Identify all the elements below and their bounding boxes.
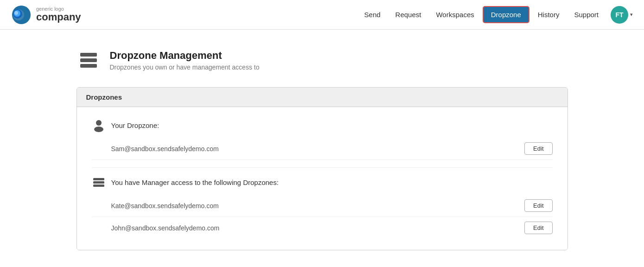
header: generic logo company Send Request Worksp… bbox=[0, 0, 644, 30]
john-dropzone-row: John@sandbox.sendsafelydemo.com Edit bbox=[92, 217, 553, 239]
person-icon bbox=[92, 118, 106, 132]
logo-text: generic logo company bbox=[36, 6, 81, 23]
layers-icon bbox=[77, 48, 101, 72]
svg-rect-7 bbox=[80, 64, 97, 68]
svg-rect-12 bbox=[93, 184, 104, 187]
john-edit-button[interactable]: Edit bbox=[524, 222, 552, 234]
nav-send[interactable]: Send bbox=[358, 7, 387, 22]
your-dropzone-edit-button[interactable]: Edit bbox=[524, 142, 552, 155]
svg-rect-11 bbox=[93, 181, 104, 184]
nav-dropzone-button[interactable]: Dropzone bbox=[483, 6, 529, 23]
avatar: FT bbox=[611, 6, 628, 24]
avatar-menu[interactable]: FT ▾ bbox=[611, 6, 633, 24]
svg-point-9 bbox=[94, 127, 103, 132]
logo[interactable]: generic logo company bbox=[11, 5, 81, 25]
svg-rect-10 bbox=[93, 178, 104, 180]
nav-request[interactable]: Request bbox=[389, 7, 428, 22]
nav-workspaces[interactable]: Workspaces bbox=[429, 7, 480, 22]
page-header-text: Dropzone Management Dropzones you own or… bbox=[110, 50, 260, 71]
john-dropzone-email: John@sandbox.sendsafelydemo.com bbox=[111, 224, 514, 232]
svg-rect-6 bbox=[80, 58, 97, 62]
page-subtitle: Dropzones you own or have management acc… bbox=[110, 64, 260, 71]
nav-history[interactable]: History bbox=[531, 7, 566, 22]
svg-point-4 bbox=[14, 11, 18, 15]
logo-big-text: company bbox=[36, 12, 81, 23]
dropzones-panel: Dropzones Your Dropzone: Sam@sandbox.sen… bbox=[77, 87, 568, 250]
page-title: Dropzone Management bbox=[110, 50, 260, 62]
kate-dropzone-row: Kate@sandbox.sendsafelydemo.com Edit bbox=[92, 195, 553, 217]
manager-dropzone-section: You have Manager access to the following… bbox=[92, 167, 553, 189]
logo-icon bbox=[11, 5, 32, 25]
panel-header: Dropzones bbox=[77, 88, 567, 107]
page-header: Dropzone Management Dropzones you own or… bbox=[77, 48, 568, 72]
avatar-caret-icon: ▾ bbox=[630, 12, 633, 18]
kate-dropzone-email: Kate@sandbox.sendsafelydemo.com bbox=[111, 202, 514, 210]
svg-point-8 bbox=[96, 120, 102, 126]
layers-small-icon bbox=[92, 175, 106, 189]
nav-support[interactable]: Support bbox=[567, 7, 605, 22]
your-dropzone-email-row: Sam@sandbox.sendsafelydemo.com Edit bbox=[92, 138, 553, 160]
manager-dropzone-label: You have Manager access to the following… bbox=[111, 178, 279, 186]
your-dropzone-email: Sam@sandbox.sendsafelydemo.com bbox=[111, 145, 514, 153]
main-content: Dropzone Management Dropzones you own or… bbox=[67, 30, 577, 267]
kate-edit-button[interactable]: Edit bbox=[524, 199, 552, 212]
your-dropzone-label: Your Dropzone: bbox=[111, 121, 159, 129]
your-dropzone-section: Your Dropzone: bbox=[92, 118, 553, 132]
svg-rect-5 bbox=[80, 53, 97, 57]
panel-body: Your Dropzone: Sam@sandbox.sendsafelydem… bbox=[77, 107, 567, 250]
nav: Send Request Workspaces Dropzone History… bbox=[358, 6, 633, 24]
